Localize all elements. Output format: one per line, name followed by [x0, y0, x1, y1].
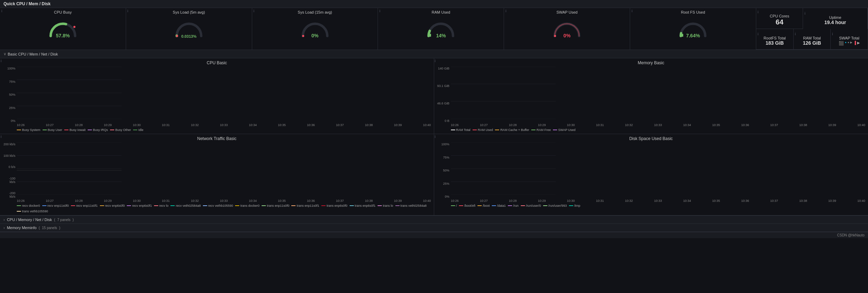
info-row-bottom: i RootFS Total 183 GiB i RAM Total 126 G… [756, 29, 868, 50]
cpu-memory-count-value: 7 panels [57, 218, 71, 222]
gauge-visual-sys-load-15: 0% [299, 16, 331, 38]
network-y-labels: 200 kb/s 100 kb/s 0 b/s -100 kb/s -200 k… [3, 142, 17, 198]
cpu-y-75: 75% [3, 80, 17, 83]
top-bar-title: Quick CPU / Mem / Disk [3, 1, 51, 6]
svg-point-1 [176, 35, 178, 37]
disk-y-75: 75% [437, 156, 451, 159]
cpu-legend-dot-busy-iowait [64, 130, 68, 130]
info-icon-network-chart[interactable]: i [1, 135, 1, 139]
memory-meminfo-count-close: ) [59, 226, 60, 230]
network-chart-svg [17, 142, 122, 195]
footer-text: CSDN @hkNauto [837, 233, 865, 237]
footer: CSDN @hkNauto [0, 232, 868, 238]
disk-chart-svg [451, 142, 556, 195]
memory-x-labels: 10:26 10:27 10:28 10:29 10:30 10:31 10:3… [437, 123, 866, 127]
info-icon-disk-chart[interactable]: i [435, 135, 436, 139]
swap-icon-1: ⬛ [839, 41, 844, 46]
rootfs-label: RootFS Total [764, 36, 786, 40]
rootfs-total-cell: i RootFS Total 183 GiB [756, 29, 794, 50]
info-icon-rootfs[interactable]: i [758, 32, 758, 36]
cpu-legend-dot-busy-irqs [88, 130, 92, 130]
cpu-chart-container: 100% 75% 50% 25% 0% [3, 67, 431, 132]
chevron-memory-meminfo: › [3, 226, 5, 230]
swap-icon-3: ● [848, 41, 849, 46]
mem-legend-label-ram-cache: RAM Cache + Buffer [500, 128, 529, 132]
info-icon-sys-load-5[interactable]: i [127, 9, 128, 13]
mem-legend-ram-total: RAM Total [451, 128, 471, 132]
info-icon-sys-load-15[interactable]: i [254, 9, 254, 13]
cpu-legend-dot-busy-system [17, 130, 21, 130]
swap-total-cell: i SWAP Total ⬛ ● ● ▶ ▐ ▶ [831, 29, 868, 50]
network-x-labels: 10:26 10:27 10:28 10:29 10:30 10:31 10:3… [3, 198, 431, 203]
info-icon-ram-used[interactable]: i [379, 9, 380, 13]
gauge-value-cpu-busy: 57.8% [56, 33, 70, 38]
memory-meminfo-count-value: 15 panels [42, 226, 57, 230]
basic-section-title: Basic CPU / Mem / Net / Disk [8, 52, 58, 56]
disk-legend-dot-boot [477, 205, 482, 206]
disk-chart-area: 100% 75% 50% 25% 0% [437, 142, 866, 198]
memory-meminfo-section-header[interactable]: › Memory Meminfo (15 panels) [0, 224, 868, 232]
mem-y-93: 93.1 GiB [437, 84, 451, 88]
cpu-y-25: 25% [3, 106, 17, 110]
disk-y-25: 25% [437, 182, 451, 185]
net-legend-dot-3 [71, 205, 75, 206]
disk-y-0: 0% [437, 195, 451, 198]
gauge-value-sys-load-15: 0% [311, 33, 318, 38]
net-legend-dot-6 [154, 205, 158, 206]
disk-y-100: 100% [437, 142, 451, 146]
top-bar: Quick CPU / Mem / Disk [0, 0, 868, 8]
cpu-legend-idle: Idle [133, 128, 144, 132]
info-icon-root-fs[interactable]: i [632, 9, 632, 13]
gauge-visual-ram-used: 14% [425, 16, 457, 38]
disk-legend-dot-runuser0 [521, 205, 525, 206]
cpu-legend-dot-busy-other [110, 130, 114, 130]
disk-chart-title: Disk Space Used Basic [437, 136, 866, 141]
cpu-memory-panel-count: ( [54, 218, 55, 222]
cpu-legend-dot-idle [133, 130, 137, 130]
info-icon-swap-total[interactable]: i [832, 32, 833, 36]
disk-legend-dot-runuser993 [543, 205, 547, 206]
cpu-legend-busy-iowait: Busy Iowait [64, 128, 86, 132]
quick-panels: i CPU Busy 57.8% i Sys Load (5m avg) 0.0… [0, 8, 868, 50]
cpu-y-100: 100% [3, 67, 17, 70]
gauge-value-swap-used: 0% [563, 33, 570, 38]
svg-rect-5 [681, 34, 683, 37]
ram-total-value: 126 GiB [803, 40, 821, 46]
cpu-memory-section-header[interactable]: › CPU / Memory / Net / Disk (7 panels) [0, 216, 868, 224]
mem-legend-dot-ram-cache [495, 130, 499, 130]
info-icon-cpu-cores[interactable]: i [758, 10, 758, 14]
disk-legend: / /boot/efi /boot /data1 /run /run/user/… [437, 204, 866, 207]
info-icon-memory-chart[interactable]: i [435, 59, 436, 63]
memory-chart-panel: i Memory Basic 140 GiB 93.1 GiB 46.6 GiB… [434, 58, 868, 134]
disk-legend-dot-run [508, 205, 512, 206]
gauge-visual-root-fs: 7.64% [677, 16, 709, 38]
disk-legend-dot-root [451, 205, 455, 206]
info-icon-ram-total[interactable]: i [795, 32, 796, 36]
cpu-memory-count-close: ) [73, 218, 74, 222]
mem-y-140: 140 GiB [437, 67, 451, 70]
disk-y-labels: 100% 75% 50% 25% 0% [437, 142, 451, 198]
swap-icon-6: ▶ [857, 41, 860, 46]
memory-chart-container: 140 GiB 93.1 GiB 46.6 GiB 0 B [437, 67, 866, 132]
network-chart-panel: i Network Traffic Basic 200 kb/s 100 kb/… [0, 134, 434, 215]
net-legend-dot-4 [100, 205, 104, 206]
net-legend-dot-12 [321, 205, 326, 206]
gauge-title-root-fs: Root FS Used [681, 10, 705, 14]
cpu-cores-value: 64 [776, 18, 783, 26]
gauge-root-fs: i Root FS Used 7.64% [630, 8, 756, 50]
memory-chart-svg [451, 67, 556, 119]
basic-section-header[interactable]: ∨ Basic CPU / Mem / Net / Disk [0, 50, 868, 58]
mem-legend-dot-ram-used [473, 130, 477, 130]
net-legend-dot-5 [127, 205, 131, 206]
info-icon-cpu-busy[interactable]: i [1, 9, 2, 13]
info-icon-swap-used[interactable]: i [505, 9, 506, 13]
swap-icon-4: ▶ [850, 41, 852, 46]
cpu-legend-label-busy-system: Busy System [22, 128, 41, 132]
svg-point-2 [302, 35, 304, 37]
disk-legend-dot-data1 [492, 205, 496, 206]
net-legend-dot-16 [17, 211, 21, 212]
info-icon-uptime[interactable]: i [804, 12, 805, 15]
info-icon-cpu-chart[interactable]: i [1, 59, 1, 63]
gauge-visual-swap-used: 0% [551, 16, 583, 38]
gauge-title-sys-load-5: Sys Load (5m avg) [173, 10, 205, 14]
